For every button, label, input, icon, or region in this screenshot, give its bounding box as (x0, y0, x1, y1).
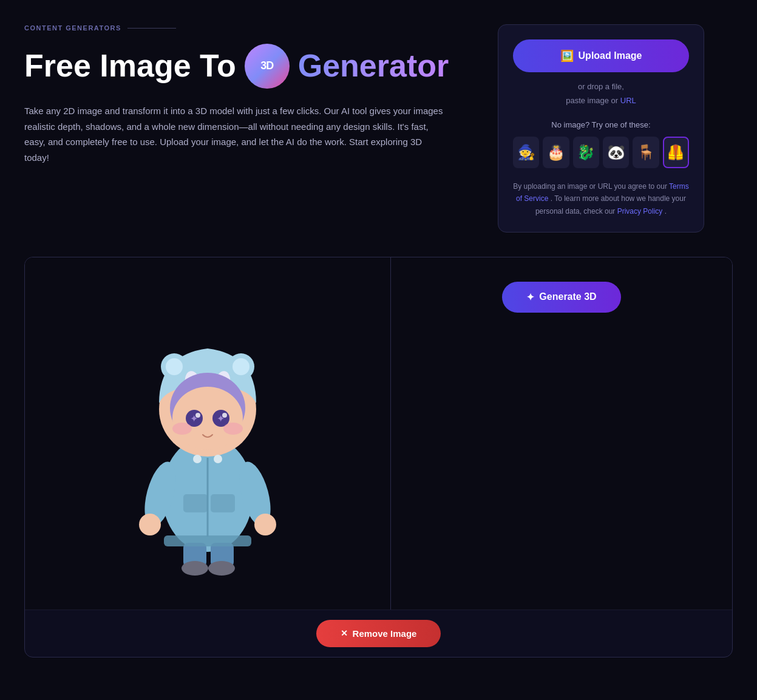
terms-after: . (665, 207, 667, 216)
upload-icon: 🖼️ (560, 49, 574, 63)
sample-label: No image? Try one of these: (513, 120, 689, 129)
output-panel: ✦ Generate 3D (391, 257, 732, 610)
page-description: Take any 2D image and transform it into … (24, 103, 449, 165)
upload-image-button[interactable]: 🖼️ Upload Image (513, 39, 689, 72)
x-icon: ✕ (341, 628, 348, 638)
upload-panel: 🖼️ Upload Image or drop a file, paste im… (498, 24, 704, 233)
sample-thumb-2[interactable]: 🎂 (543, 137, 569, 168)
svg-point-16 (172, 423, 192, 435)
drop-line2-text: paste image or (566, 96, 618, 105)
terms-middle: . To learn more about how we handle your… (535, 194, 686, 215)
svg-rect-20 (211, 494, 235, 512)
svg-rect-19 (183, 494, 208, 512)
sample-thumb-4[interactable]: 🐼 (603, 137, 629, 168)
character-svg: ✦ ✦ (110, 288, 305, 579)
sample-images-row: 🧙 🎂 🐉 🐼 🪑 🦺 (513, 137, 689, 168)
privacy-policy-link[interactable]: Privacy Policy (617, 207, 663, 216)
svg-point-31 (214, 455, 222, 463)
svg-point-5 (233, 358, 250, 375)
breadcrumb-divider (127, 28, 176, 29)
svg-point-30 (193, 455, 202, 463)
terms-before: By uploading an image or URL you agree t… (513, 182, 667, 191)
terms-text: By uploading an image or URL you agree t… (513, 180, 689, 217)
title-badge-3d: 3D (245, 44, 290, 89)
title-part1: Free Image To (24, 49, 236, 83)
svg-rect-29 (164, 535, 251, 546)
svg-point-14 (195, 413, 200, 418)
svg-point-17 (223, 423, 243, 435)
sample-thumb-5[interactable]: 🪑 (633, 137, 659, 168)
remove-image-button[interactable]: ✕ Remove Image (316, 620, 441, 647)
sparkle-icon: ✦ (526, 291, 534, 303)
url-link[interactable]: URL (620, 96, 636, 105)
upload-button-label: Upload Image (579, 50, 642, 61)
workspace-inner: ✦ ✦ (25, 257, 732, 610)
top-section: CONTENT GENERATORS Free Image To 3D Gene… (24, 24, 733, 233)
right-panel: 🖼️ Upload Image or drop a file, paste im… (498, 24, 704, 233)
sample-thumb-3[interactable]: 🐉 (573, 137, 599, 168)
svg-point-15 (222, 413, 227, 418)
drop-line1: or drop a file, (578, 82, 624, 91)
workspace: ✦ ✦ (24, 257, 733, 658)
page-container: CONTENT GENERATORS Free Image To 3D Gene… (0, 0, 757, 682)
page-title: Free Image To 3D Generator (24, 44, 474, 89)
breadcrumb: CONTENT GENERATORS (24, 24, 474, 32)
generate-button-label: Generate 3D (539, 291, 596, 302)
workspace-bottom: ✕ Remove Image (25, 610, 732, 657)
svg-point-27 (182, 561, 208, 576)
image-panel: ✦ ✦ (25, 257, 391, 610)
svg-point-9 (172, 387, 243, 450)
sample-thumb-6[interactable]: 🦺 (663, 137, 689, 168)
remove-button-label: Remove Image (353, 628, 417, 639)
svg-point-24 (254, 514, 276, 535)
title-part2: Generator (298, 49, 449, 83)
svg-point-23 (139, 514, 161, 535)
svg-point-3 (166, 358, 183, 375)
svg-point-28 (208, 561, 235, 576)
character-container: ✦ ✦ (98, 276, 317, 591)
left-content: CONTENT GENERATORS Free Image To 3D Gene… (24, 24, 474, 165)
sample-section: No image? Try one of these: 🧙 🎂 🐉 🐼 🪑 🦺 (513, 120, 689, 168)
generate-3d-button[interactable]: ✦ Generate 3D (502, 282, 620, 313)
sample-thumb-1[interactable]: 🧙 (513, 137, 539, 168)
breadcrumb-label: CONTENT GENERATORS (24, 24, 121, 32)
drop-text: or drop a file, paste image or URL (513, 80, 689, 108)
